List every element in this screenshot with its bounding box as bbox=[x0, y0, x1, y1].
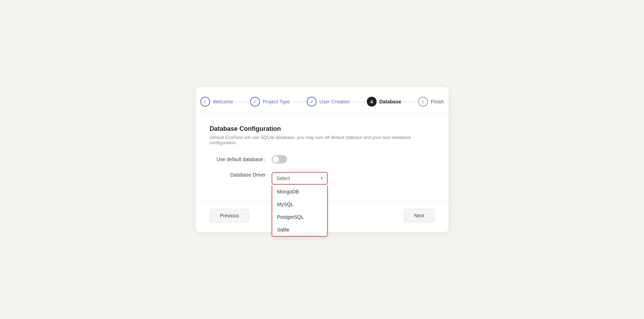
connector-4 bbox=[403, 102, 417, 102]
step-label-welcome: Welcome bbox=[213, 99, 233, 104]
chevron-down-icon: ▾ bbox=[321, 176, 323, 181]
step-label-user-creation: User Creation bbox=[319, 99, 350, 104]
connector-2 bbox=[291, 102, 305, 102]
step-label-database: Database bbox=[379, 99, 401, 104]
option-sqlite[interactable]: Sqlite bbox=[272, 223, 327, 236]
default-db-row: Use default database : bbox=[210, 155, 435, 164]
step-project-type: ✓ Project Type bbox=[250, 97, 290, 107]
step-circle-database: 4 bbox=[367, 97, 377, 107]
default-db-label: Use default database : bbox=[210, 157, 266, 162]
step-finish: 5 Finish bbox=[418, 97, 444, 107]
step-circle-user-creation: ✓ bbox=[307, 97, 317, 107]
step-user-creation: ✓ User Creation bbox=[307, 97, 350, 107]
step-database: 4 Database bbox=[367, 97, 401, 107]
section-title: Database Configuration bbox=[210, 125, 435, 133]
wizard-card: ✓ Welcome ✓ Project Type ✓ User Creation… bbox=[196, 87, 449, 232]
stepper: ✓ Welcome ✓ Project Type ✓ User Creation… bbox=[196, 87, 449, 114]
step-welcome: ✓ Welcome bbox=[200, 97, 233, 107]
driver-dropdown-value: Select bbox=[277, 176, 290, 181]
previous-button[interactable]: Previous bbox=[210, 209, 249, 222]
driver-dropdown-wrapper: Select ▾ MongoDB MySQL PostgreSQL Sqlite bbox=[272, 172, 328, 185]
option-postgresql[interactable]: PostgreSQL bbox=[272, 211, 327, 223]
option-mysql[interactable]: MySQL bbox=[272, 198, 327, 211]
next-button[interactable]: Next bbox=[404, 209, 435, 222]
step-circle-project-type: ✓ bbox=[250, 97, 260, 107]
step-circle-finish: 5 bbox=[418, 97, 428, 107]
step-label-project-type: Project Type bbox=[263, 99, 290, 104]
toggle-slider bbox=[272, 155, 287, 164]
driver-dropdown-menu: MongoDB MySQL PostgreSQL Sqlite bbox=[272, 185, 328, 237]
driver-label: Database Driver bbox=[210, 172, 266, 178]
section-description: Default EcoFlow will use SQLite database… bbox=[210, 135, 435, 145]
content-area: Database Configuration Default EcoFlow w… bbox=[196, 114, 449, 202]
option-mongodb[interactable]: MongoDB bbox=[272, 185, 327, 198]
connector-3 bbox=[351, 102, 365, 102]
driver-dropdown-trigger[interactable]: Select ▾ bbox=[272, 172, 328, 185]
connector-1 bbox=[235, 102, 249, 102]
default-db-toggle[interactable] bbox=[272, 155, 287, 164]
step-circle-welcome: ✓ bbox=[200, 97, 210, 107]
step-label-finish: Finish bbox=[431, 99, 444, 104]
driver-row: Database Driver Select ▾ MongoDB MySQL P… bbox=[210, 172, 435, 185]
